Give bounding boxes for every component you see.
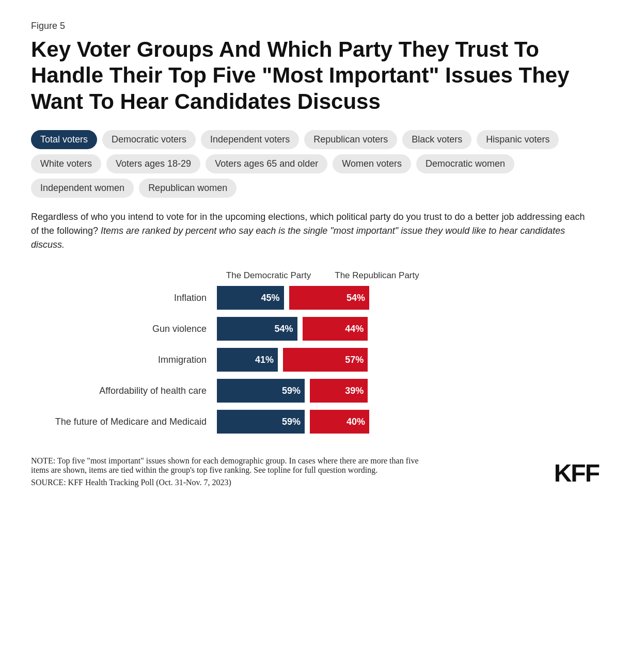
bars-group: 41%57% [217,348,368,372]
bars-group: 54%44% [217,317,368,341]
bar-republican: 44% [303,317,368,341]
kff-logo: KFF [554,459,599,487]
chart-header: The Democratic Party The Republican Part… [217,270,599,281]
description: Regardless of who you intend to vote for… [31,210,589,252]
col-label-dem: The Democratic Party [217,270,320,281]
note-text: NOTE: Top five "most important" issues s… [31,456,434,487]
row-label: Gun violence [41,324,217,334]
filter-chip[interactable]: Black voters [402,130,471,149]
filter-chip[interactable]: Total voters [31,130,97,149]
row-label: Immigration [41,355,217,365]
bar-democratic: 41% [217,348,278,372]
bar-republican: 39% [310,379,368,403]
filter-chip[interactable]: White voters [31,154,101,173]
filter-row-3: Independent womenRepublican women [31,179,599,198]
source: SOURCE: KFF Health Tracking Poll (Oct. 3… [31,478,434,487]
note-logo-row: NOTE: Top five "most important" issues s… [31,456,599,487]
filter-row-1: Total votersDemocratic votersIndependent… [31,130,599,149]
filter-chip[interactable]: Women voters [333,154,411,173]
bars-group: 45%54% [217,286,369,310]
note: NOTE: Top five "most important" issues s… [31,456,434,475]
filter-chip[interactable]: Democratic women [416,154,514,173]
filter-chip[interactable]: Independent voters [201,130,299,149]
figure-label: Figure 5 [31,21,599,31]
bars-group: 59%39% [217,379,368,403]
bar-democratic: 59% [217,410,305,434]
description-italic: Items are ranked by percent who say each… [31,226,565,250]
filter-chip[interactable]: Independent women [31,179,134,198]
filter-chip[interactable]: Voters ages 18-29 [106,154,200,173]
bar-republican: 57% [283,348,368,372]
row-label: Affordability of health care [41,386,217,396]
col-label-rep: The Republican Party [325,270,429,281]
chart-area: The Democratic Party The Republican Part… [41,270,599,441]
chart-row: The future of Medicare and Medicaid59%40… [41,410,599,434]
row-label: Inflation [41,293,217,303]
row-label: The future of Medicare and Medicaid [41,417,217,427]
bar-democratic: 54% [217,317,297,341]
filter-section: Total votersDemocratic votersIndependent… [31,130,599,198]
bar-democratic: 59% [217,379,305,403]
chart-row: Inflation45%54% [41,286,599,310]
filter-chip[interactable]: Republican women [139,179,237,198]
chart-row: Gun violence54%44% [41,317,599,341]
chart-row: Affordability of health care59%39% [41,379,599,403]
filter-row-2: White votersVoters ages 18-29Voters ages… [31,154,599,173]
filter-chip[interactable]: Voters ages 65 and older [206,154,327,173]
bar-republican: 54% [289,286,370,310]
bar-democratic: 45% [217,286,284,310]
chart-title: Key Voter Groups And Which Party They Tr… [31,37,599,115]
filter-chip[interactable]: Republican voters [304,130,397,149]
filter-chip[interactable]: Democratic voters [102,130,196,149]
filter-chip[interactable]: Hispanic voters [477,130,559,149]
chart-row: Immigration41%57% [41,348,599,372]
bars-group: 59%40% [217,410,369,434]
bar-republican: 40% [310,410,369,434]
chart-rows: Inflation45%54%Gun violence54%44%Immigra… [41,286,599,441]
